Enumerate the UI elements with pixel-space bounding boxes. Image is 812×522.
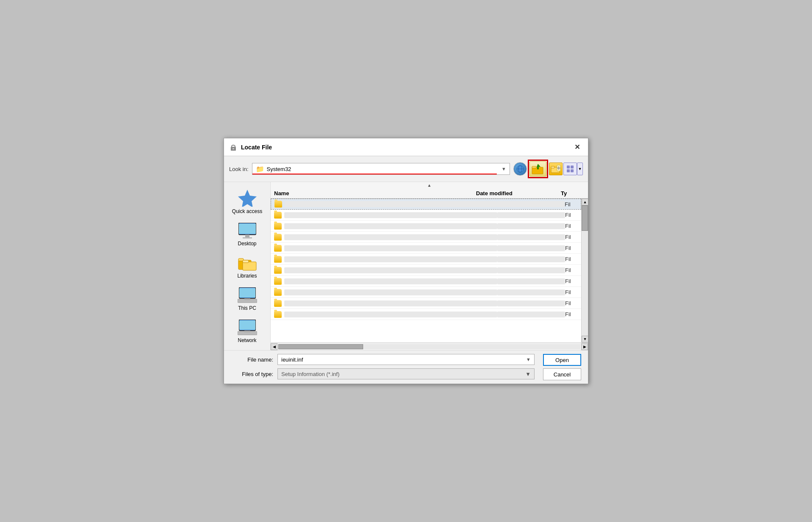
scroll-up-arrow: ▲	[427, 183, 431, 188]
col-header-name[interactable]: Name	[274, 190, 476, 196]
table-row[interactable]: Fil	[271, 254, 581, 265]
scroll-down-button[interactable]: ▼	[582, 336, 588, 342]
scrollbar-top	[578, 190, 585, 196]
svg-rect-15	[567, 166, 570, 168]
file-name-value: ieuinit.inf	[281, 356, 303, 363]
horiz-scroll-thumb[interactable]	[278, 344, 363, 349]
svg-rect-17	[567, 169, 570, 172]
svg-rect-18	[571, 169, 574, 172]
table-row[interactable]: Fil	[271, 232, 581, 243]
file-type-cell: Fil	[565, 223, 578, 229]
file-type-cell: Fil	[565, 245, 578, 251]
file-type-cell: Fil	[565, 289, 578, 295]
new-folder-icon	[551, 164, 561, 174]
file-name-cell	[284, 267, 497, 273]
red-underline-decoration	[252, 174, 497, 174]
file-name-cell	[284, 245, 497, 251]
svg-rect-9	[537, 167, 539, 169]
folder-icon	[274, 256, 282, 263]
file-type-cell: Fil	[565, 267, 578, 273]
file-name-cell	[284, 223, 497, 229]
scroll-up-button[interactable]: ▲	[582, 199, 588, 205]
sidebar-item-libraries[interactable]: Libraries	[228, 253, 266, 281]
file-name-cell	[284, 234, 497, 240]
file-name-row: File name: ieuinit.inf ▼	[231, 354, 535, 365]
desktop-icon	[238, 223, 257, 239]
table-row[interactable]: Fil	[271, 221, 581, 232]
file-name-cell	[284, 212, 497, 218]
table-row[interactable]: Fil	[271, 243, 581, 254]
file-name-input[interactable]: ieuinit.inf ▼	[277, 354, 535, 365]
files-of-type-select[interactable]: Setup Information (*.inf) ▼	[277, 368, 535, 379]
svg-marker-19	[238, 190, 257, 207]
look-in-dropdown[interactable]: 📁 System32 ▼	[252, 163, 510, 175]
sidebar-item-label-desktop: Desktop	[238, 241, 256, 247]
network-icon	[238, 320, 257, 336]
svg-rect-33	[239, 320, 255, 330]
libraries-icon	[238, 255, 257, 271]
sidebar-item-desktop[interactable]: Desktop	[228, 220, 266, 249]
table-row[interactable]: Fil	[271, 199, 581, 210]
quick-access-icon	[238, 189, 257, 207]
scroll-left-button[interactable]: ◀	[271, 343, 277, 350]
highlighted-toolbar-group	[528, 160, 548, 178]
dialog-icon	[229, 143, 238, 152]
file-date-cell	[497, 256, 565, 262]
vertical-scrollbar[interactable]: ▲ ▼	[581, 199, 588, 342]
sidebar-item-this-pc[interactable]: This PC	[228, 285, 266, 314]
col-header-type[interactable]: Ty	[561, 190, 578, 196]
file-type-cell: Fil	[565, 234, 578, 240]
file-name-cell	[284, 289, 497, 295]
file-name-chevron: ▼	[526, 357, 531, 362]
sidebar-item-quick-access[interactable]: Quick access	[228, 186, 266, 217]
folder-icon	[274, 201, 282, 208]
file-name-cell	[285, 201, 497, 207]
sidebar: Quick access Desktop	[224, 182, 271, 350]
scroll-thumb[interactable]	[582, 205, 588, 231]
up-folder-icon	[531, 163, 545, 175]
file-date-cell	[497, 312, 565, 317]
folder-icon	[274, 245, 282, 252]
new-folder-button[interactable]	[549, 163, 563, 175]
bottom-bar: File name: ieuinit.inf ▼ Files of type: …	[224, 350, 588, 384]
horiz-scroll-track	[278, 344, 580, 349]
sidebar-item-network[interactable]: Network	[228, 317, 266, 346]
col-header-date[interactable]: Date modified	[476, 190, 561, 196]
folder-icon	[274, 267, 282, 274]
view-button[interactable]	[563, 163, 577, 175]
close-button[interactable]: ✕	[571, 141, 583, 153]
svg-rect-21	[239, 224, 256, 234]
cancel-button[interactable]: Cancel	[543, 368, 581, 380]
svg-rect-29	[239, 288, 255, 297]
up-folder-button[interactable]	[529, 161, 546, 177]
svg-rect-35	[244, 331, 250, 332]
open-button[interactable]: Open	[543, 354, 581, 366]
table-row[interactable]: Fil	[271, 287, 581, 298]
table-row[interactable]: Fil	[271, 298, 581, 309]
svg-rect-16	[571, 166, 574, 168]
sidebar-item-label-network: Network	[238, 337, 256, 343]
horizontal-scrollbar[interactable]: ◀ ▶	[271, 342, 588, 350]
table-row[interactable]: Fil	[271, 210, 581, 221]
file-list-header: Name Date modified Ty	[271, 188, 588, 199]
view-dropdown-button[interactable]: ▼	[577, 163, 583, 175]
file-list: FilFilFilFilFilFilFilFilFilFilFil	[271, 199, 581, 342]
files-of-type-chevron: ▼	[525, 371, 531, 377]
back-icon	[516, 165, 524, 173]
sidebar-item-label-libraries: Libraries	[237, 273, 257, 279]
file-name-label: File name:	[231, 356, 273, 363]
table-row[interactable]: Fil	[271, 265, 581, 276]
file-date-cell	[497, 278, 565, 284]
svg-rect-7	[532, 166, 536, 168]
table-row[interactable]: Fil	[271, 309, 581, 320]
file-date-cell	[497, 223, 565, 229]
folder-icon: 📁	[256, 165, 264, 173]
file-type-cell: Fil	[565, 256, 578, 262]
look-in-chevron: ▼	[501, 166, 506, 171]
look-in-value: System32	[267, 166, 502, 172]
scroll-up-indicator[interactable]: ▲	[271, 182, 588, 188]
table-row[interactable]: Fil	[271, 276, 581, 287]
back-button[interactable]	[513, 162, 527, 176]
scroll-right-button[interactable]: ▶	[581, 343, 588, 350]
file-type-cell: Fil	[565, 278, 578, 284]
